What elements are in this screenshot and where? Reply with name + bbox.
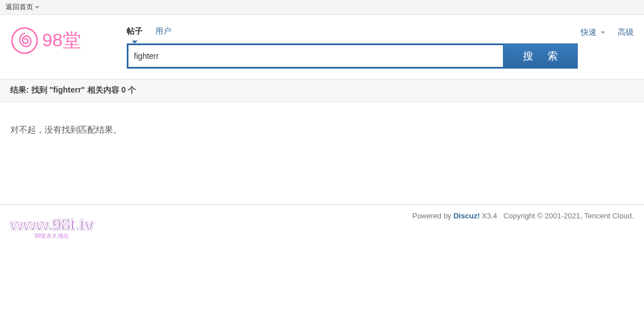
quick-search-link[interactable]: 快速: [581, 27, 605, 38]
footer-logo[interactable]: www.98t.tv 98堂永久地址: [10, 215, 94, 240]
search-input[interactable]: [127, 43, 504, 69]
site-logo[interactable]: 98堂: [10, 26, 81, 55]
tab-users[interactable]: 用户: [155, 26, 171, 39]
search-tabs-row: 帖子 用户 快速 高级: [127, 26, 634, 39]
chevron-down-icon: [35, 6, 39, 9]
footer-logo-text: www.98t.tv: [10, 215, 94, 234]
search-options: 快速 高级: [581, 27, 634, 38]
footer-credits: Powered by Discuz! X3.4 Copyright © 2001…: [10, 212, 634, 220]
search-tabs: 帖子 用户: [127, 26, 171, 39]
rose-icon: [10, 26, 39, 55]
results-body: 对不起，没有找到匹配结果。: [0, 102, 644, 193]
home-link-label: 返回首页: [6, 2, 33, 12]
header: 98堂 帖子 用户 快速 高级 搜 索: [0, 15, 644, 79]
quick-search-label: 快速: [581, 27, 597, 38]
search-button[interactable]: 搜 索: [504, 43, 578, 69]
search-area: 帖子 用户 快速 高级 搜 索: [127, 26, 634, 69]
search-box: 搜 索: [127, 43, 578, 69]
advanced-search-link[interactable]: 高级: [618, 27, 634, 38]
results-header: 结果: 找到 "fighterr" 相关内容 0 个: [0, 79, 644, 102]
tab-posts[interactable]: 帖子: [127, 26, 143, 39]
topbar: 返回首页: [0, 0, 644, 15]
chevron-down-icon: [601, 31, 605, 34]
svg-point-0: [12, 28, 37, 53]
footer: Powered by Discuz! X3.4 Copyright © 2001…: [0, 205, 644, 250]
discuz-link[interactable]: Discuz!: [453, 212, 480, 220]
copyright-text: Copyright © 2001-2021, Tencent Cloud.: [504, 212, 634, 220]
home-link[interactable]: 返回首页: [6, 2, 39, 12]
discuz-version: X3.4: [480, 212, 497, 220]
powered-by-prefix: Powered by: [412, 212, 453, 220]
no-results-message: 对不起，没有找到匹配结果。: [10, 125, 634, 135]
site-logo-text: 98堂: [42, 28, 81, 53]
